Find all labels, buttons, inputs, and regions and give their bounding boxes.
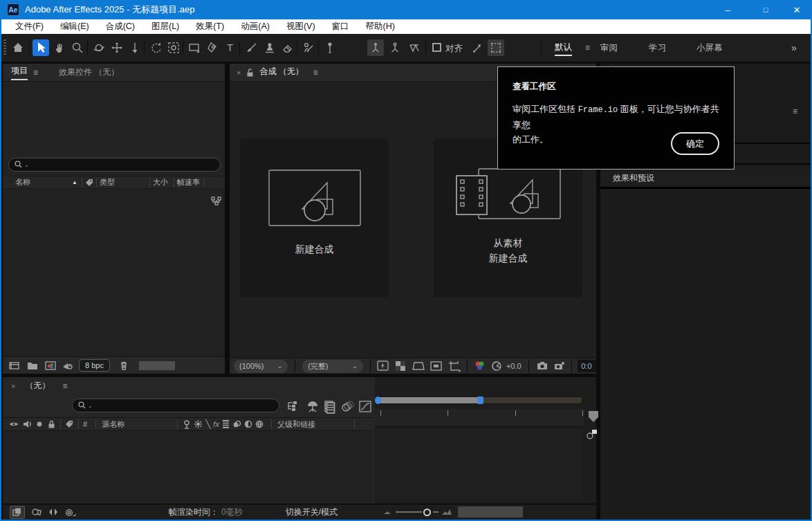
new-composition-icon[interactable] [44,360,57,371]
eraser-tool-icon[interactable] [279,39,296,56]
world-axis-mode-icon[interactable] [387,39,403,56]
menu-file[interactable]: 文件(F) [7,21,52,33]
grid-guides-icon[interactable] [447,360,461,372]
tab-effect-controls[interactable]: 效果控件 （无） [59,66,119,78]
motion-blur-switch-icon[interactable] [232,419,242,430]
work-area-bar[interactable] [379,397,479,403]
project-search-input[interactable]: ⌄ [8,158,221,172]
interpret-footage-icon[interactable] [8,360,21,371]
tab-project[interactable]: 项目 [11,65,28,80]
workspace-tab-default[interactable]: 默认 [555,39,572,56]
transfer-controls-pane-toggle[interactable] [30,506,43,518]
video-eye-icon[interactable] [8,419,19,429]
timeline-panel-menu-icon[interactable]: ≡ [62,381,67,391]
minimize-button[interactable]: – [712,0,743,19]
roto-brush-tool-icon[interactable] [300,39,317,56]
lock-icon[interactable] [47,419,56,429]
timeline-zoom-track[interactable] [396,511,422,513]
work-area-end-handle[interactable] [477,396,483,404]
show-snapshot-icon[interactable] [553,360,566,372]
toggle-switches-modes-button[interactable]: 切换开关/模式 [286,506,338,518]
layer-switches-pane-toggle[interactable] [10,506,25,519]
time-ruler[interactable] [375,409,584,427]
comp-tab-close-icon[interactable]: × [237,68,241,77]
brush-tool-icon[interactable] [243,39,260,56]
preview-timecode[interactable]: 0:0 [578,360,596,372]
comp-marker-bin-icon[interactable] [588,410,599,423]
zoom-tool-icon[interactable] [69,39,86,56]
workspace-tab-review[interactable]: 审阅 [600,39,618,56]
hand-tool-icon[interactable] [52,39,68,56]
solo-icon[interactable] [35,420,44,428]
project-item-list[interactable] [3,190,225,356]
comp-panel-menu-icon[interactable]: ≡ [313,68,318,77]
magnification-dropdown[interactable]: (100%)⌄ [234,360,288,373]
render-time-pane-toggle[interactable] [64,506,77,518]
work-area-start-handle[interactable] [375,396,381,404]
project-panel-menu-icon[interactable]: ≡ [33,68,38,77]
graph-editor-icon[interactable] [358,400,372,414]
timeline-tab-close-icon[interactable]: × [11,382,15,390]
column-size[interactable]: 大小 [153,177,168,188]
source-name-column[interactable]: 源名称 [102,419,124,430]
tab-composition[interactable]: 合成 （无） [259,66,303,80]
type-tool-icon[interactable]: T [222,39,239,56]
timeline-label-icon[interactable] [64,419,74,429]
proxy-settings-icon[interactable] [61,360,73,371]
timeline-hscrollbar-thumb[interactable] [458,506,523,518]
mask-visibility-icon[interactable] [411,360,425,372]
menu-edit[interactable]: 编辑(E) [52,21,98,33]
menu-layer[interactable]: 图层(L) [143,21,187,33]
timeline-track-area[interactable] [376,429,581,498]
layer-number-column[interactable]: # [83,420,87,428]
camera-tool-icon[interactable] [165,39,182,56]
fast-previews-icon[interactable] [376,360,389,372]
quality-switch-icon[interactable]: ╲ [205,419,210,429]
info-panel-menu-icon[interactable]: ≡ [793,107,797,116]
menu-help[interactable]: 帮助(H) [358,21,403,33]
snap-label[interactable]: 对齐 [445,43,463,55]
resolution-dropdown[interactable]: (完整)⌄ [302,360,363,373]
collapse-transformations-icon[interactable] [193,419,203,430]
home-icon[interactable] [10,39,26,56]
zoom-in-mountain-icon[interactable] [441,508,452,516]
project-flowchart-icon[interactable] [211,196,222,206]
workspace-overflow-chevron-icon[interactable]: » [791,39,797,56]
dolly-camera-tool-icon[interactable] [127,39,143,56]
zoom-out-mountain-icon[interactable] [383,509,391,515]
unlock-icon[interactable] [246,68,255,77]
menu-window[interactable]: 窗口 [324,21,358,33]
timeline-tab-label[interactable]: （无） [25,380,50,392]
timeline-layer-list[interactable] [3,431,373,504]
region-of-interest-icon[interactable] [430,360,443,372]
workspace-default-menu-icon[interactable]: ≡ [585,43,590,53]
3d-layer-switch-icon[interactable] [255,419,264,430]
rotation-tool-icon[interactable] [147,39,164,56]
exposure-value[interactable]: +0.0 [506,362,522,370]
menu-animation[interactable]: 动画(A) [232,21,278,33]
comp-mini-flowchart-icon[interactable] [286,400,302,414]
adjustment-layer-switch-icon[interactable] [243,419,253,430]
color-depth-button[interactable]: 8 bpc [79,359,110,372]
audio-icon[interactable] [22,419,32,429]
snap-transform-box-icon[interactable] [488,39,504,56]
local-axis-mode-icon[interactable] [367,39,384,56]
motion-blur-icon[interactable] [340,400,356,414]
project-hscrollbar-thumb[interactable] [139,361,175,370]
toolbar-grip-handle[interactable] [3,39,6,56]
column-framerate[interactable]: 帧速率 [177,177,200,188]
snap-checkbox-icon[interactable] [429,39,445,56]
maximize-button[interactable]: □ [750,0,781,19]
pen-tool-icon[interactable] [204,39,221,56]
puppet-pin-tool-icon[interactable] [322,39,338,56]
close-button[interactable]: ✕ [782,0,812,19]
snapshot-camera-icon[interactable] [536,360,549,372]
timeline-zoom-knob[interactable] [423,509,431,516]
tooltip-ok-button[interactable]: 确定 [671,132,719,155]
frame-blend-switch-icon[interactable] [221,419,230,430]
new-folder-icon[interactable] [26,360,39,371]
comp-button-icon[interactable] [585,428,598,441]
rectangle-tool-icon[interactable] [186,39,203,56]
effects-switch-icon[interactable]: fx [213,420,219,428]
snap-extend-icon[interactable] [469,39,486,56]
